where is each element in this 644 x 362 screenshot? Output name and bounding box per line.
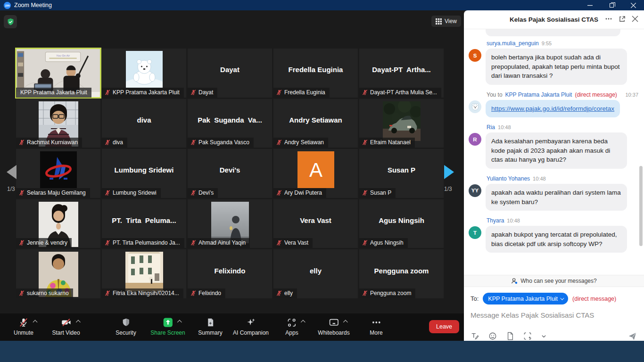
participant-tile[interactable]: Andry Setiawan Andry Setiawan <box>273 99 358 148</box>
participant-tile[interactable]: Rachmat Kurniawan <box>16 99 100 148</box>
zoom-meeting-window: zm Zoom Meeting View <box>0 0 644 362</box>
participant-name-tag: PT. Tirta Pelumasindo Ja... <box>102 238 184 248</box>
participant-name-tag: Ary Dwi Putera <box>273 188 326 198</box>
recipient-selector[interactable]: KPP Pratama Jakarta Pluit <box>483 293 568 304</box>
chat-scrollbar[interactable] <box>639 166 643 246</box>
leave-button[interactable]: Leave <box>429 320 459 333</box>
format-text-icon[interactable] <box>471 332 479 340</box>
pop-out-icon[interactable] <box>619 16 626 23</box>
message-author: Yulianto Yohanes <box>487 175 530 182</box>
message-time: 9:55 <box>542 41 552 46</box>
summary-button[interactable]: Summary <box>198 317 222 336</box>
participant-name-tag: Felixindo <box>188 288 225 298</box>
muted-mic-icon <box>190 290 196 296</box>
chat-more-icon[interactable] <box>605 15 612 23</box>
muted-mic-icon <box>190 190 196 196</box>
direct-message-note: (direct message) <box>572 296 616 302</box>
participant-tile[interactable]: PT. Tirta Peluma... PT. Tirta Pelumasind… <box>102 199 186 248</box>
polar-bear-avatar <box>469 100 481 113</box>
muted-mic-icon <box>276 140 282 145</box>
previous-page-arrow[interactable] <box>7 165 17 179</box>
apps-button[interactable]: Apps <box>285 317 298 336</box>
grid-view-icon <box>436 18 442 25</box>
chat-header: Kelas Pajak Sosialisasi CTAS <box>464 10 644 29</box>
unmute-options-chevron[interactable] <box>33 320 38 325</box>
participant-tile[interactable]: A Ary Dwi Putera <box>273 149 358 198</box>
message-author: Thyara <box>487 217 504 224</box>
chevron-down-icon[interactable] <box>541 334 546 339</box>
meeting-info-shield-button[interactable] <box>4 15 17 28</box>
participant-tile[interactable]: Agus Ningsih Agus Ningsih <box>359 199 444 248</box>
security-shield-icon <box>121 317 131 328</box>
participant-name-tag: KPP Pratama Jakarta Pluit <box>102 88 184 98</box>
participant-tile[interactable]: Susan P Susan P <box>359 149 444 198</box>
participant-tile[interactable]: Vera Vast Vera Vast <box>273 199 358 248</box>
who-can-see-bar[interactable]: Who can see your messages? <box>464 275 644 287</box>
meeting-toolbar: Unmute Start Video Security Share Screen… <box>0 313 464 341</box>
screenshot-icon[interactable] <box>523 332 532 340</box>
participant-name-tag: Fitria Eka Ningsih/02014... <box>102 288 183 298</box>
participant-tile[interactable]: Dayat-PT Artha... Dayat-PT Artha Mulia S… <box>359 49 444 98</box>
start-video-button[interactable]: Start Video <box>52 317 80 336</box>
participant-tile[interactable]: sukarno sukarno <box>16 249 100 298</box>
participant-tile[interactable]: elly elly <box>273 249 358 298</box>
participant-tile[interactable]: Pak Suganda Va... Pak Suganda Vasco <box>188 99 272 148</box>
participant-name-tag: Dayat <box>188 88 217 98</box>
avatar: YY <box>469 184 481 197</box>
participant-tile[interactable]: diva diva <box>102 99 186 148</box>
participant-name-tag: Rachmat Kurniawan <box>16 138 82 148</box>
participant-tile[interactable]: Ahmad Ainul Yaqin <box>188 199 272 248</box>
muted-mic-icon <box>18 317 29 328</box>
more-button[interactable]: More <box>370 317 382 336</box>
share-options-chevron[interactable] <box>177 320 182 325</box>
participant-tile[interactable]: Fredella Euginia Fredella Euginia <box>273 49 358 98</box>
minimize-button[interactable] <box>579 0 601 10</box>
chat-message: You toKPP Pratama Jakarta Pluit(direct m… <box>469 91 638 118</box>
send-icon[interactable] <box>628 331 637 341</box>
participant-tile[interactable]: You On Air KPP Pratama Jakarta Pluit <box>16 49 100 98</box>
summary-doc-icon <box>206 317 215 328</box>
close-button[interactable] <box>622 0 644 10</box>
participant-name-tag: diva <box>102 138 127 148</box>
participant-tile[interactable]: Jennie & vendry <box>16 199 100 248</box>
emoji-icon[interactable] <box>488 332 497 340</box>
view-button[interactable]: View <box>431 16 461 27</box>
message-link[interactable]: https://www.pajak.go.id/id/reformdjp/cor… <box>491 105 614 112</box>
participant-tile[interactable]: Lumbung Sridewi Lumbung Sridewi <box>102 149 186 198</box>
muted-mic-icon <box>190 90 196 95</box>
participant-tile[interactable]: Pengguna zoom Pengguna zoom <box>359 249 444 298</box>
ai-sparkle-icon <box>246 317 256 328</box>
whiteboards-options-chevron[interactable] <box>343 320 348 325</box>
titlebar: zm Zoom Meeting <box>0 0 644 10</box>
participant-tile[interactable]: Efraim Natanael <box>359 99 444 148</box>
ai-companion-button[interactable]: AI Companion <box>233 317 269 336</box>
participant-tile[interactable]: Felixindo Felixindo <box>188 249 272 298</box>
whiteboards-button[interactable]: Whiteboards <box>318 317 349 336</box>
avatar: T <box>469 226 481 239</box>
chat-close-icon[interactable] <box>632 16 638 22</box>
participant-tile[interactable]: KPP Pratama Jakarta Pluit <box>102 49 186 98</box>
video-options-chevron[interactable] <box>76 320 81 325</box>
chevron-down-icon <box>560 296 564 300</box>
participant-name-tag: Jennie & vendry <box>16 238 72 248</box>
letter-a-avatar: A <box>297 151 334 188</box>
security-button[interactable]: Security <box>116 317 136 336</box>
message-author: surya.mulia_penguin <box>487 40 539 47</box>
window-title: Zoom Meeting <box>14 2 52 8</box>
participant-tile[interactable]: Fitria Eka Ningsih/02014... <box>102 249 186 298</box>
participant-tile[interactable]: Devi's Devi's <box>188 149 272 198</box>
restore-button[interactable] <box>601 0 622 10</box>
participant-tile[interactable]: Selaras Maju Gemilang <box>16 149 100 198</box>
unmute-button[interactable]: Unmute <box>14 317 33 336</box>
share-screen-button[interactable]: Share Screen <box>150 317 185 336</box>
participant-name-tag: Vera Vast <box>273 238 313 248</box>
apps-options-chevron[interactable] <box>301 320 305 325</box>
participant-name-tag: Ahmad Ainul Yaqin <box>188 238 250 248</box>
muted-mic-icon <box>276 290 282 296</box>
message-input[interactable]: Message Kelas Pajak Sosialisasi CTAS <box>471 311 637 319</box>
attach-file-icon[interactable] <box>506 332 514 340</box>
message-bubble: https://www.pajak.go.id/id/reformdjp/cor… <box>486 100 620 118</box>
muted-mic-icon <box>19 190 25 196</box>
next-page-arrow[interactable] <box>444 165 454 179</box>
participant-tile[interactable]: Dayat Dayat <box>188 49 272 98</box>
